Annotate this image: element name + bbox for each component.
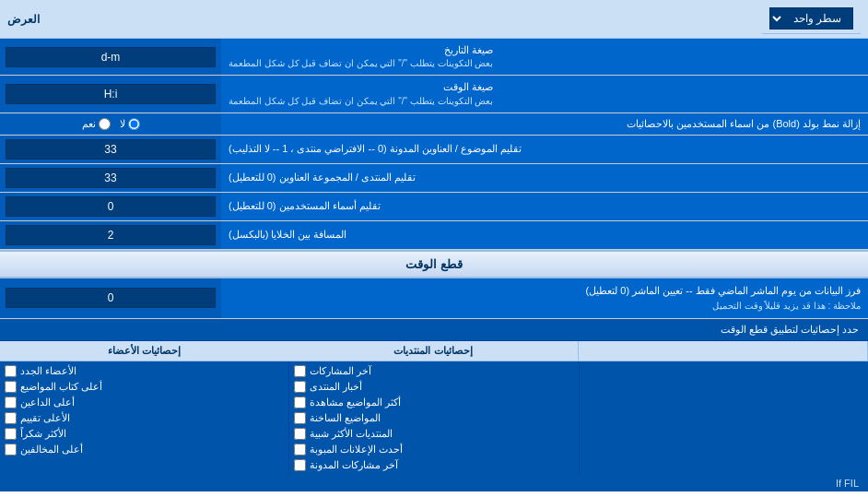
forum-titles-input-wrap: [0, 164, 221, 192]
usernames-input[interactable]: [6, 196, 216, 217]
checkbox-members-1[interactable]: [5, 381, 17, 393]
display-mode-select[interactable]: سطر واحد سطرين ثلاثة أسطر: [769, 7, 853, 30]
checkbox-header-titles: إحصائيات المنتديات إحصائيات الأعضاء: [0, 341, 868, 361]
checkbox-forums-2[interactable]: [294, 396, 306, 408]
checkbox-forums-4[interactable]: [294, 428, 306, 440]
time-format-input[interactable]: [6, 84, 216, 104]
date-format-input-wrap: [0, 39, 221, 75]
cut-time-label: فرز البيانات من يوم الماشر الماضي فقط --…: [221, 278, 868, 318]
bottom-text: If FIL: [0, 475, 868, 491]
bold-radio-no-input[interactable]: [128, 118, 140, 130]
checkbox-forums-1[interactable]: [294, 381, 306, 393]
apply-label: حدد إحصائيات لتطبيق قطع الوقت: [9, 324, 859, 336]
time-format-input-wrap: [0, 76, 221, 112]
checkbox-item-members-3: الأعلى تقييم: [5, 411, 284, 425]
checkbox-item-members-5: أعلى المخالفين: [5, 443, 284, 456]
checkbox-item-forums-2: أكثر المواضيع مشاهدة: [294, 396, 573, 409]
cut-time-row: فرز البيانات من يوم الماشر الماضي فقط --…: [0, 278, 868, 319]
checkbox-forums-3[interactable]: [294, 412, 306, 424]
checkbox-item-forums-5: أحدث الإعلانات المبوبة: [294, 443, 573, 456]
cell-padding-label: المسافة بين الخلايا (بالبكسل): [221, 221, 868, 249]
display-label: العرض: [7, 13, 40, 26]
usernames-row: تقليم أسماء المستخدمين (0 للتعطيل): [0, 193, 868, 221]
checkbox-item-members-4: الأكثر شكراً: [5, 427, 284, 441]
date-format-row: صيغة التاريخ بعض التكوينات يتطلب "/" الت…: [0, 39, 868, 76]
cell-padding-input[interactable]: [6, 225, 216, 245]
checkbox-col-2: آخر المشاركات أخبار المنتدى أكثر المواضي…: [289, 361, 579, 475]
checkbox-forums-6[interactable]: [294, 459, 306, 471]
checkbox-members-3[interactable]: [5, 412, 17, 424]
checkbox-col-title-3: [579, 341, 868, 361]
bold-radio-options: لا نعم: [0, 114, 221, 134]
checkbox-col-title-1: إحصائيات الأعضاء: [0, 341, 288, 361]
header-row: سطر واحد سطرين ثلاثة أسطر العرض: [0, 0, 868, 39]
bold-radio-yes-input[interactable]: [99, 118, 111, 130]
checkbox-item-members-0: الأعضاء الجدد: [5, 364, 284, 378]
checkbox-item-forums-6: آخر مشاركات المدونة: [294, 458, 573, 472]
usernames-input-wrap: [0, 193, 221, 220]
date-format-label: صيغة التاريخ بعض التكوينات يتطلب "/" الت…: [221, 39, 868, 75]
topics-titles-input[interactable]: [6, 139, 216, 160]
bold-label: إزالة نمط بولد (Bold) من اسماء المستخدمي…: [221, 113, 868, 135]
time-format-row: صيغة الوقت بعض التكوينات يتطلب "/" التي …: [0, 76, 868, 112]
time-format-label: صيغة الوقت بعض التكوينات يتطلب "/" التي …: [221, 76, 868, 112]
topics-titles-label: تقليم الموضوع / العناوين المدونة (0 -- ا…: [221, 136, 868, 163]
checkbox-members-4[interactable]: [5, 428, 17, 440]
forum-titles-label: تقليم المنتدى / المجموعة العناوين (0 للت…: [221, 164, 868, 192]
apply-row: حدد إحصائيات لتطبيق قطع الوقت: [0, 319, 868, 341]
checkbox-members-0[interactable]: [5, 365, 17, 377]
cell-padding-row: المسافة بين الخلايا (بالبكسل): [0, 221, 868, 250]
checkbox-members-5[interactable]: [5, 444, 17, 456]
cell-padding-input-wrap: [0, 221, 221, 249]
topics-titles-row: تقليم الموضوع / العناوين المدونة (0 -- ا…: [0, 136, 868, 164]
checkbox-col-1: الأعضاء الجدد أعلى كتاب المواضيع أعلى ال…: [0, 361, 289, 475]
cut-time-note: ملاحظة : هذا قد يزيد قليلاً وقت التحميل: [712, 301, 861, 311]
checkbox-forums-5[interactable]: [294, 444, 306, 456]
date-format-input[interactable]: [6, 47, 216, 67]
checkbox-item-members-1: أعلى كتاب المواضيع: [5, 380, 284, 394]
checkbox-item-forums-1: أخبار المنتدى: [294, 380, 573, 394]
bold-radio-row: إزالة نمط بولد (Bold) من اسماء المستخدمي…: [0, 113, 868, 136]
dropdown-area: سطر واحد سطرين ثلاثة أسطر: [762, 4, 861, 34]
section-header-cut-time: قطع الوقت: [0, 250, 868, 278]
forum-titles-input[interactable]: [6, 168, 216, 188]
bold-radio-yes[interactable]: نعم: [82, 118, 111, 130]
cut-time-input[interactable]: [6, 288, 216, 308]
checkbox-members-2[interactable]: [5, 396, 17, 408]
checkbox-col-3: [580, 361, 868, 475]
bold-radio-no[interactable]: لا: [120, 118, 140, 130]
checkbox-grid: آخر المشاركات أخبار المنتدى أكثر المواضي…: [0, 361, 868, 475]
checkbox-item-forums-0: آخر المشاركات: [294, 364, 573, 378]
main-container: سطر واحد سطرين ثلاثة أسطر العرض صيغة الت…: [0, 0, 868, 491]
cut-time-input-wrap: [0, 278, 221, 318]
usernames-label: تقليم أسماء المستخدمين (0 للتعطيل): [221, 193, 868, 220]
forum-titles-row: تقليم المنتدى / المجموعة العناوين (0 للت…: [0, 164, 868, 193]
checkbox-item-members-2: أعلى الداعين: [5, 396, 284, 409]
checkbox-item-forums-3: المواضيع الساخنة: [294, 411, 573, 425]
topics-titles-input-wrap: [0, 136, 221, 163]
checkbox-col-title-2: إحصائيات المنتديات: [288, 341, 578, 361]
checkbox-item-forums-4: المنتديات الأكثر شبية: [294, 427, 573, 441]
checkbox-forums-0[interactable]: [294, 365, 306, 377]
